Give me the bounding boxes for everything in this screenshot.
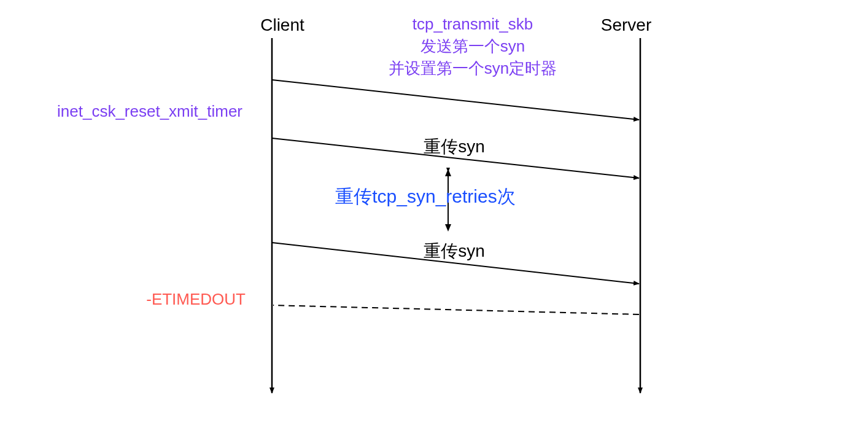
etimedout-label: -ETIMEDOUT	[146, 290, 246, 308]
retries-count-note: 重传tcp_syn_retries次	[335, 186, 515, 206]
inet-csk-reset-timer-note: inet_csk_reset_xmit_timer	[57, 102, 242, 120]
retrans-syn-label-1: 重传syn	[424, 137, 485, 156]
client-label: Client	[260, 15, 304, 34]
tcp-transmit-note: tcp_transmit_skb	[413, 15, 533, 33]
tcp-syn-timeout-sequence-diagram: Client Server tcp_transmit_skb 发送第一个syn …	[0, 0, 868, 425]
server-label: Server	[601, 15, 651, 34]
retrans-syn-label-n: 重传syn	[424, 241, 485, 260]
send-first-syn-note: 发送第一个syn	[420, 37, 525, 55]
syn-arrow-1	[272, 80, 639, 120]
set-timer-note: 并设置第一个syn定时器	[389, 59, 557, 77]
timeout-dashed-line	[273, 305, 639, 314]
